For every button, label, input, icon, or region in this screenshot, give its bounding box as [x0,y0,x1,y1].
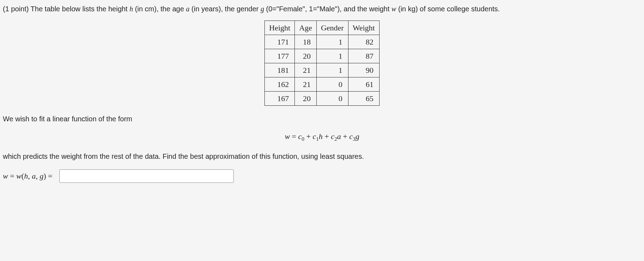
cell: 1 [316,35,348,49]
cell: 0 [316,77,348,92]
prompt-text: (0="Female", 1="Male"), and the weight [264,5,392,13]
cell: 82 [348,35,379,49]
var-w: w [392,5,396,13]
eq-sub1: 1 [316,136,319,142]
cell: 20 [295,92,317,106]
table-row: 181 21 1 90 [265,63,379,77]
cell: 21 [295,63,317,77]
cell: 20 [295,49,317,63]
cell: 61 [348,77,379,92]
cell: 181 [265,63,295,77]
cell: 0 [316,92,348,106]
answer-input[interactable] [59,169,234,183]
al-comma: , [28,172,32,180]
cell: 162 [265,77,295,92]
cell: 167 [265,92,295,106]
data-table: Height Age Gender Weight 171 18 1 82 177… [264,21,379,106]
eq-c1: c [312,132,316,141]
table-row: 162 21 0 61 [265,77,379,92]
mid-text-2: which predicts the weight from the rest … [3,151,641,162]
cell: 21 [295,77,317,92]
var-h: h [130,5,133,13]
al-fn: w [16,172,22,180]
answer-label: w = w(h, a, g) = [3,170,52,182]
eq-h: h [319,132,323,141]
eq-plus: + [323,132,331,141]
prompt-text: (in cm), the age [133,5,186,13]
al-eq: = [8,172,16,180]
al-comma: , [36,172,40,180]
cell: 90 [348,63,379,77]
var-g: g [261,5,264,13]
al-h: h [24,172,28,180]
eq-sub3: 3 [353,136,356,142]
table-header-row: Height Age Gender Weight [265,21,379,35]
cell: 65 [348,92,379,106]
al-g: g [40,172,43,180]
problem-prompt: (1 point) The table below lists the heig… [3,4,641,14]
al-a: a [32,172,36,180]
eq-equals: = [290,132,298,141]
eq-plus: + [304,132,312,141]
eq-c0: c [298,132,302,141]
table-row: 167 20 0 65 [265,92,379,106]
al-eq2: = [46,172,52,180]
eq-sub0: 0 [302,136,304,142]
cell: 171 [265,35,295,49]
col-header-height: Height [265,21,295,35]
prompt-text: (in kg) of some college students. [396,5,500,13]
eq-a: a [337,132,341,141]
col-header-weight: Weight [348,21,379,35]
eq-w: w [285,132,290,141]
table-row: 171 18 1 82 [265,35,379,49]
prompt-text: The table below lists the height [29,5,129,13]
cell: 87 [348,49,379,63]
answer-row: w = w(h, a, g) = [3,169,641,183]
points: (1 point) [3,5,29,13]
table-row: 177 20 1 87 [265,49,379,63]
cell: 177 [265,49,295,63]
eq-c3: c [349,132,353,141]
col-header-gender: Gender [316,21,348,35]
eq-g: g [356,132,359,141]
problem-container: (1 point) The table below lists the heig… [0,0,644,193]
cell: 18 [295,35,317,49]
cell: 1 [316,63,348,77]
model-equation: w = c0 + c1h + c2a + c3g [3,130,641,143]
eq-sub2: 2 [334,136,337,142]
eq-c2: c [331,132,334,141]
eq-plus: + [341,132,349,141]
col-header-age: Age [295,21,317,35]
al-w: w [3,172,8,180]
cell: 1 [316,49,348,63]
mid-text-1: We wish to fit a linear function of the … [3,114,641,124]
var-a: a [186,5,190,13]
prompt-text: (in years), the gender [190,5,261,13]
